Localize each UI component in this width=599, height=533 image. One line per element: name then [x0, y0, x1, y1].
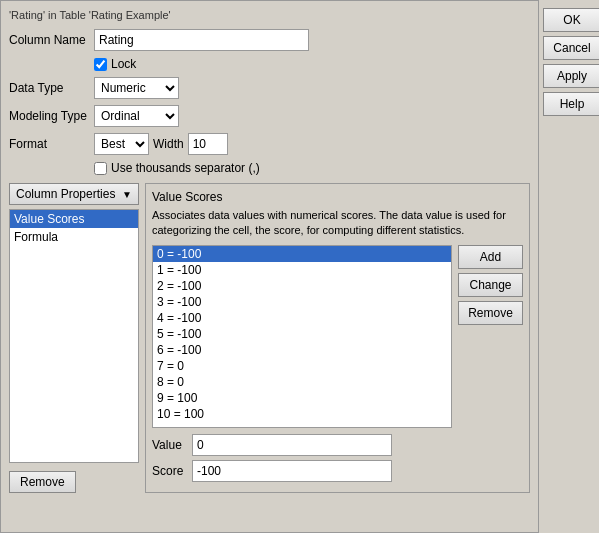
cancel-button[interactable]: Cancel [543, 36, 599, 60]
format-row: Format Best Fixed Scientific Width [9, 133, 530, 155]
add-score-button[interactable]: Add [458, 245, 523, 269]
value-scores-description: Associates data values with numerical sc… [152, 208, 523, 239]
score-item[interactable]: 6 = -100 [153, 342, 451, 358]
format-controls: Best Fixed Scientific Width [94, 133, 228, 155]
scores-list: 0 = -100 1 = -100 2 = -100 3 = -100 4 = … [152, 245, 452, 428]
column-properties-list: Value Scores Formula [9, 209, 139, 463]
format-best-select[interactable]: Best Fixed Scientific [94, 133, 149, 155]
modeling-type-label: Modeling Type [9, 109, 94, 123]
value-label: Value [152, 438, 192, 452]
width-input[interactable] [188, 133, 228, 155]
score-item[interactable]: 5 = -100 [153, 326, 451, 342]
data-type-label: Data Type [9, 81, 94, 95]
scores-buttons: Add Change Remove [458, 245, 523, 428]
apply-button[interactable]: Apply [543, 64, 599, 88]
lock-label: Lock [111, 57, 136, 71]
score-item[interactable]: 7 = 0 [153, 358, 451, 374]
column-properties-dropdown[interactable]: Column Properties ▼ [9, 183, 139, 205]
value-input[interactable] [192, 434, 392, 456]
lower-section: Column Properties ▼ Value Scores Formula… [9, 183, 530, 493]
scores-area: 0 = -100 1 = -100 2 = -100 3 = -100 4 = … [152, 245, 523, 428]
modeling-type-select[interactable]: Ordinal Nominal Continuous Flag [94, 105, 179, 127]
score-item[interactable]: 1 = -100 [153, 262, 451, 278]
value-input-row: Value [152, 434, 523, 456]
score-item[interactable]: 4 = -100 [153, 310, 451, 326]
value-scores-title: Value Scores [152, 190, 523, 204]
format-label: Format [9, 137, 94, 151]
separator-row: Use thousands separator (,) [94, 161, 530, 175]
score-item[interactable]: 9 = 100 [153, 390, 451, 406]
dialog-buttons: OK Cancel Apply Help [539, 0, 599, 533]
list-item[interactable]: Formula [10, 228, 138, 246]
data-type-select[interactable]: Numeric String Date [94, 77, 179, 99]
score-item[interactable]: 0 = -100 [153, 246, 451, 262]
score-item[interactable]: 10 = 100 [153, 406, 451, 422]
list-item[interactable]: Value Scores [10, 210, 138, 228]
column-name-input[interactable] [94, 29, 309, 51]
lock-row: Lock [94, 57, 530, 71]
dialog-title: 'Rating' in Table 'Rating Example' [9, 9, 530, 21]
score-label: Score [152, 464, 192, 478]
score-item[interactable]: 3 = -100 [153, 294, 451, 310]
change-score-button[interactable]: Change [458, 273, 523, 297]
separator-checkbox[interactable] [94, 162, 107, 175]
width-label: Width [153, 137, 184, 151]
main-dialog: 'Rating' in Table 'Rating Example' Colum… [0, 0, 539, 533]
separator-label: Use thousands separator (,) [111, 161, 260, 175]
left-panel: Column Properties ▼ Value Scores Formula… [9, 183, 139, 493]
score-input[interactable] [192, 460, 392, 482]
col-props-label: Column Properties [16, 187, 115, 201]
remove-score-button[interactable]: Remove [458, 301, 523, 325]
column-name-label: Column Name [9, 33, 94, 47]
modeling-type-row: Modeling Type Ordinal Nominal Continuous… [9, 105, 530, 127]
score-item[interactable]: 2 = -100 [153, 278, 451, 294]
lock-checkbox[interactable] [94, 58, 107, 71]
column-name-row: Column Name [9, 29, 530, 51]
ok-button[interactable]: OK [543, 8, 599, 32]
chevron-down-icon: ▼ [122, 189, 132, 200]
value-scores-panel: Value Scores Associates data values with… [145, 183, 530, 493]
score-input-row: Score [152, 460, 523, 482]
help-button[interactable]: Help [543, 92, 599, 116]
remove-btn-container: Remove [9, 471, 139, 493]
remove-button[interactable]: Remove [9, 471, 76, 493]
score-item[interactable]: 8 = 0 [153, 374, 451, 390]
value-score-inputs: Value Score [152, 434, 523, 486]
data-type-row: Data Type Numeric String Date [9, 77, 530, 99]
